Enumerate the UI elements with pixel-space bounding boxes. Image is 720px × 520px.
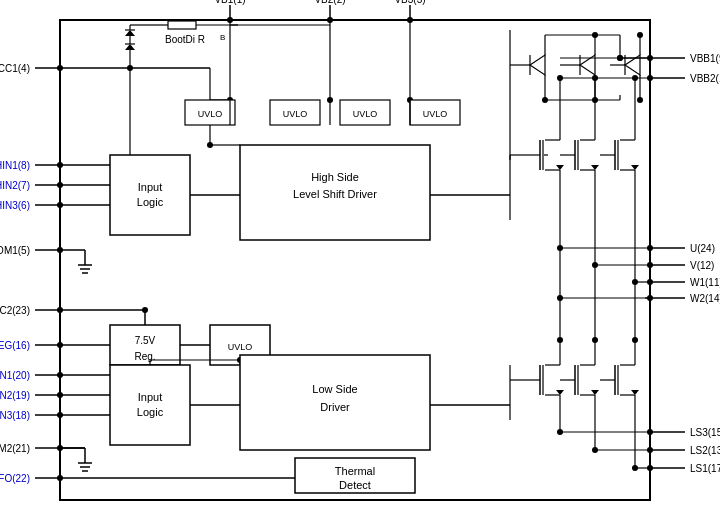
svg-marker-64 <box>125 30 135 36</box>
pin-lin3: LIN3(18) <box>0 410 30 421</box>
svg-point-130 <box>592 32 598 38</box>
high-side-label2: Level Shift Driver <box>293 188 377 200</box>
pin-vreg: VREG(16) <box>0 340 30 351</box>
diagram-container: VB1(1) VB2(2) VB3(3) VCC1(4) HIN1(8) HIN… <box>0 0 720 520</box>
svg-marker-147 <box>556 165 564 170</box>
svg-marker-184 <box>556 390 564 395</box>
svg-marker-156 <box>591 165 599 170</box>
rb-subscript: B <box>220 33 225 42</box>
svg-point-212 <box>592 337 598 343</box>
pin-lin2: LIN2(19) <box>0 390 30 401</box>
pin-ls3: LS3(15) <box>690 427 720 438</box>
svg-marker-164 <box>631 165 639 170</box>
low-side-label2: Driver <box>320 401 350 413</box>
pin-vbb2: VBB2(10) <box>690 73 720 84</box>
pin-w2: W2(14) <box>690 293 720 304</box>
pin-v: V(12) <box>690 260 714 271</box>
pin-vcc2: VCC2(23) <box>0 305 30 316</box>
uvlo-label-4: UVLO <box>423 109 448 119</box>
reg-label1: 7.5V <box>135 335 156 346</box>
input-logic-low-label2: Logic <box>137 406 164 418</box>
svg-point-137 <box>637 32 643 38</box>
pin-vcc1: VCC1(4) <box>0 63 30 74</box>
pin-com2: COM2(21) <box>0 443 30 454</box>
pin-ls1: LS1(17) <box>690 463 720 474</box>
pin-w1: W1(11) <box>690 277 720 288</box>
high-side-mosfets <box>510 120 639 200</box>
svg-marker-116 <box>530 55 545 75</box>
input-logic-high-label2: Logic <box>137 196 164 208</box>
pin-hin1: HIN1(8) <box>0 160 30 171</box>
pin-vb1: VB1(1) <box>214 0 245 5</box>
pin-ls2: LS2(13) <box>690 445 720 456</box>
svg-point-223 <box>617 55 623 61</box>
svg-point-214 <box>632 337 638 343</box>
pin-vbb1: VBB1(9) <box>690 53 720 64</box>
thermal-label1: Thermal <box>335 465 375 477</box>
pin-lin1: LIN1(20) <box>0 370 30 381</box>
pin-u: U(24) <box>690 243 715 254</box>
pin-vb3: VB3(3) <box>394 0 425 5</box>
input-logic-low-label1: Input <box>138 391 162 403</box>
svg-rect-69 <box>168 21 196 29</box>
pin-hin3: HIN3(6) <box>0 200 30 211</box>
svg-point-210 <box>557 337 563 343</box>
pin-com1: COM1(5) <box>0 245 30 256</box>
uvlo-label-3: UVLO <box>353 109 378 119</box>
low-side-label1: Low Side <box>312 383 357 395</box>
svg-point-139 <box>637 97 643 103</box>
svg-marker-61 <box>125 44 135 50</box>
uvlo-low-label: UVLO <box>228 342 253 352</box>
thermal-label2: Detect <box>339 479 371 491</box>
pin-fo: FO(22) <box>0 473 30 484</box>
pin-hin2: HIN2(7) <box>0 180 30 191</box>
high-side-label1: High Side <box>311 171 359 183</box>
svg-marker-204 <box>631 390 639 395</box>
bootdi-label: BootDi R <box>165 34 205 45</box>
svg-marker-194 <box>591 390 599 395</box>
uvlo-label-1: UVLO <box>198 109 223 119</box>
input-logic-high-label1: Input <box>138 181 162 193</box>
uvlo-label-2: UVLO <box>283 109 308 119</box>
pin-vb2: VB2(2) <box>314 0 345 5</box>
low-side-mosfets <box>510 340 650 471</box>
